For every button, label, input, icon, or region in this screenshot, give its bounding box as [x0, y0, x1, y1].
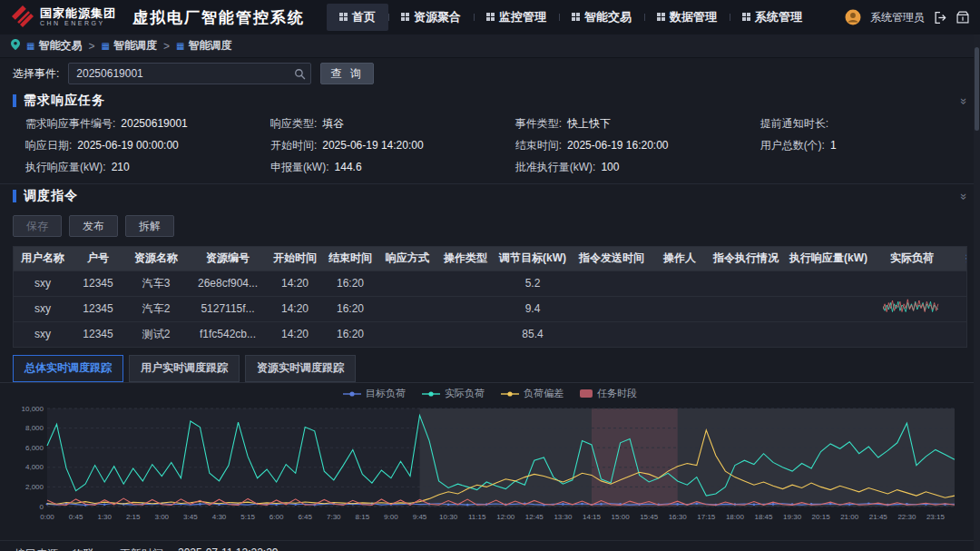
table-row[interactable]: sxy12345汽车326e8cf904...14:2016:205.2 — [14, 271, 967, 296]
table-header-cell: 结束时间 — [322, 247, 378, 271]
brand-name-en: CHN ENERGY — [40, 20, 116, 27]
svg-text:8:15: 8:15 — [356, 513, 370, 521]
save-button[interactable]: 保存 — [13, 215, 62, 237]
table-cell: 16:20 — [322, 296, 378, 321]
table-cell — [785, 321, 872, 347]
legend-item[interactable]: 负荷偏差 — [501, 387, 564, 400]
table-header-cell: 执行 — [952, 247, 967, 271]
legend-line-icon — [422, 389, 440, 399]
nav-item-4[interactable]: 智能交易 — [559, 4, 644, 31]
field-1: 需求响应事件编号:20250619001 — [25, 116, 270, 131]
table-cell: 16:20 — [322, 271, 378, 296]
field-value: 2025-06-19 16:20:00 — [567, 138, 668, 153]
updated-value: 2025-07-11 12:22:29 — [178, 546, 279, 551]
legend-line-icon — [501, 389, 519, 399]
table-cell: 5127115f... — [188, 296, 268, 321]
dispatch-section-title: 调度指令 — [24, 188, 78, 204]
svg-text:10,000: 10,000 — [22, 404, 44, 412]
table-cell: 14:20 — [268, 271, 322, 296]
top-header: 国家能源集团 CHN ENERGY 虚拟电厂智能管控系统 首页资源聚合监控管理智… — [0, 0, 980, 34]
table-cell: sxy — [14, 271, 72, 296]
legend-item[interactable]: 目标负荷 — [343, 387, 406, 400]
breadcrumb-item-2[interactable]: ▦智能调度 — [101, 38, 156, 54]
table-cell — [952, 271, 967, 296]
field-label: 提前通知时长: — [760, 116, 828, 131]
location-pin-icon — [11, 39, 20, 53]
chart-box: 目标负荷实际负荷负荷偏差任务时段 02,0004,0006,0008,00010… — [0, 383, 980, 535]
svg-text:19:30: 19:30 — [783, 513, 802, 521]
nav-item-6[interactable]: 系统管理 — [730, 4, 815, 31]
svg-text:6:00: 6:00 — [270, 513, 284, 521]
legend-label: 负荷偏差 — [524, 387, 564, 400]
field-4: 提前通知时长: — [760, 116, 967, 131]
table-row[interactable]: sxy12345汽车25127115f...14:2016:209.4 — [14, 296, 967, 321]
table-header-cell: 操作类型 — [436, 247, 495, 271]
query-button[interactable]: 查 询 — [320, 63, 373, 84]
logout-icon[interactable] — [934, 11, 947, 25]
table-cell — [952, 296, 967, 321]
breadcrumb: ▦智能交易>▦智能调度>▦智能调度 — [0, 34, 980, 58]
field-label: 响应类型: — [270, 116, 317, 131]
dispatch-table: 用户名称户号资源名称资源编号开始时间结束时间响应方式操作类型调节目标(kW)指令… — [14, 247, 967, 348]
breadcrumb-item-3[interactable]: ▦智能调度 — [176, 38, 231, 54]
avatar[interactable] — [845, 9, 861, 25]
publish-button[interactable]: 发布 — [69, 215, 118, 237]
source-label: 接口来源： — [15, 546, 69, 551]
svg-text:3:00: 3:00 — [155, 513, 170, 521]
field-5: 响应日期:2025-06-19 00:00:00 — [25, 138, 270, 153]
svg-text:22:30: 22:30 — [897, 513, 916, 521]
svg-text:4,000: 4,000 — [25, 463, 44, 471]
svg-text:2:15: 2:15 — [126, 513, 141, 521]
field-value: 1 — [830, 138, 837, 153]
breadcrumb-label: 智能调度 — [188, 38, 231, 54]
nav-item-3[interactable]: 监控管理 — [474, 4, 559, 31]
source-value: 物联 — [73, 546, 94, 551]
table-cell: 12345 — [72, 271, 124, 296]
event-input[interactable] — [69, 64, 310, 84]
svg-text:4:30: 4:30 — [212, 513, 227, 521]
table-row[interactable]: sxy12345测试2f1fc542cb...14:2016:2085.4 — [14, 321, 967, 347]
table-cell — [436, 271, 495, 296]
svg-text:6,000: 6,000 — [25, 443, 44, 451]
section-accent-bar — [13, 94, 16, 107]
field-label: 事件类型: — [515, 116, 562, 131]
nav-item-icon — [657, 13, 665, 23]
nav-item-label: 数据管理 — [670, 9, 717, 25]
legend-label: 任务时段 — [597, 387, 637, 400]
section-accent-bar — [13, 190, 16, 202]
collapse-chevron-icon[interactable]: » — [957, 97, 971, 103]
nav-item-2[interactable]: 资源聚合 — [388, 4, 474, 31]
menu-square-icon: ▦ — [26, 42, 34, 51]
table-cell: 26e8cf904... — [188, 271, 268, 296]
legend-item[interactable]: 任务时段 — [580, 387, 637, 400]
table-header-cell: 响应方式 — [378, 247, 436, 271]
search-icon[interactable] — [294, 68, 306, 83]
svg-text:2,000: 2,000 — [25, 482, 44, 490]
svg-text:12:45: 12:45 — [525, 513, 544, 521]
archive-icon[interactable] — [956, 11, 969, 24]
legend-item[interactable]: 实际负荷 — [422, 387, 485, 400]
table-cell: 测试2 — [124, 321, 188, 347]
collapse-chevron-icon[interactable]: » — [957, 192, 971, 199]
demand-section-title: 需求响应任务 — [24, 93, 105, 109]
split-button[interactable]: 拆解 — [125, 215, 174, 237]
breadcrumb-item-1[interactable]: ▦智能交易 — [26, 38, 82, 54]
window-scrollbar[interactable] — [974, 34, 980, 551]
svg-text:1:30: 1:30 — [97, 513, 112, 521]
field-value: 快上快下 — [567, 116, 611, 131]
tab-3[interactable]: 资源实时调度跟踪 — [245, 355, 356, 382]
nav-item-1[interactable]: 首页 — [327, 4, 388, 31]
nav-item-label: 智能交易 — [584, 9, 632, 25]
dispatch-section-header: 调度指令 » — [0, 184, 980, 208]
brand-logo: 国家能源集团 CHN ENERGY — [11, 5, 116, 31]
tab-2[interactable]: 用户实时调度跟踪 — [129, 355, 240, 382]
field-value: 20250619001 — [121, 116, 187, 131]
table-cell — [436, 296, 495, 321]
tab-1[interactable]: 总体实时调度跟踪 — [13, 355, 123, 382]
nav-item-5[interactable]: 数据管理 — [644, 4, 730, 31]
svg-text:0:00: 0:00 — [40, 513, 54, 521]
field-10: 申报量(kW):144.6 — [270, 160, 515, 174]
field-label: 申报量(kW): — [270, 160, 329, 174]
table-cell: 12345 — [72, 296, 124, 321]
scrollbar-thumb[interactable] — [975, 47, 979, 131]
